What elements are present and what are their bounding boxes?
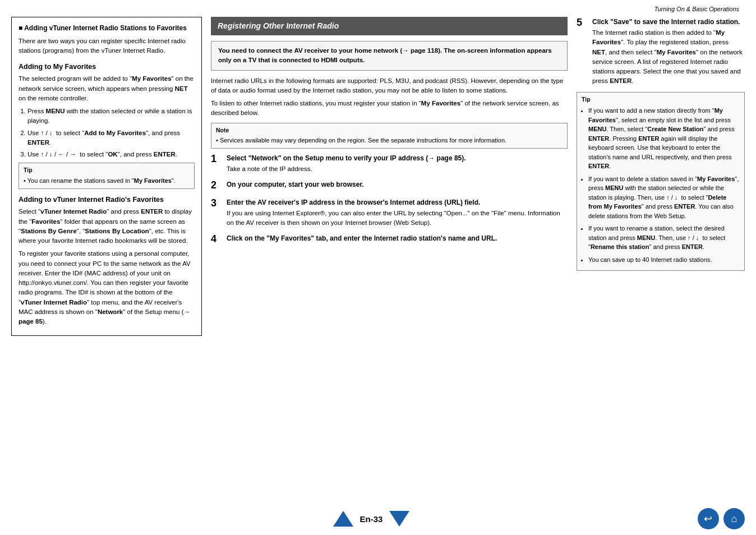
left-box-title: Adding vTuner Internet Radio Stations to… — [19, 23, 195, 33]
right-step-5: 5 Click "Save" to save the Internet radi… — [577, 17, 745, 86]
note-text: • Services available may vary depending … — [216, 136, 563, 145]
section2-p2: To register your favorite stations using… — [19, 249, 195, 326]
right-tip-box: Tip If you want to add a new station dir… — [577, 92, 745, 271]
step3: Use ↑ / ↓ / ← / → to select "OK", and pr… — [27, 150, 195, 159]
tip-box-left: Tip • You can rename the stations saved … — [19, 163, 195, 188]
step-number-4: 4 — [211, 233, 222, 246]
content-area: Adding vTuner Internet Radio Stations to… — [11, 17, 745, 336]
step-content-1: Select "Network" on the Setup menu to ve… — [227, 153, 568, 174]
middle-section-title: Registering Other Internet Radio — [211, 17, 568, 35]
step-detail-5: The Internet radio station is then added… — [592, 28, 745, 86]
next-page-icon[interactable] — [389, 511, 409, 527]
section2-p1: Select "vTuner Internet Radio" and press… — [19, 207, 195, 246]
step-title-5: Click "Save" to save the Internet radio … — [592, 17, 745, 27]
right-tip-4: You can save up to 40 Internet radio sta… — [588, 255, 740, 265]
footer: En-33 ↩ ⌂ — [0, 508, 756, 529]
note-label: Note — [216, 126, 563, 135]
footer-right: ↩ ⌂ — [698, 508, 745, 529]
prev-page-icon[interactable] — [333, 511, 353, 527]
step-number-3: 3 — [211, 197, 222, 210]
back-icon: ↩ — [704, 513, 712, 525]
middle-para1: Internet radio URLs in the following for… — [211, 76, 568, 96]
step-title-3: Enter the AV receiver's IP address in th… — [227, 197, 568, 207]
home-button[interactable]: ⌂ — [723, 508, 745, 529]
note-box: Note • Services available may vary depen… — [211, 123, 568, 149]
step-title-2: On your computer, start your web browser… — [227, 179, 568, 190]
right-tip-1: If you want to add a new station directl… — [588, 106, 740, 171]
left-intro: There are two ways you can register spec… — [19, 36, 195, 56]
step2: Use ↑ / ↓ to select "Add to My Favorites… — [27, 128, 195, 148]
step-title-1: Select "Network" on the Setup menu to ve… — [227, 153, 568, 163]
section1-steps-list: Press MENU with the station selected or … — [27, 107, 195, 159]
footer-center: En-33 — [333, 511, 410, 527]
step1: Press MENU with the station selected or … — [27, 107, 195, 126]
section1-heading: Adding to My Favorites — [19, 62, 195, 72]
middle-step-2: 2 On your computer, start your web brows… — [211, 179, 568, 192]
tip-text-left: • You can rename the stations saved in "… — [24, 176, 190, 186]
warning-text: You need to connect the AV receiver to y… — [218, 46, 560, 66]
middle-step-4: 4 Click on the "My Favorites" tab, and e… — [211, 233, 568, 246]
step-content-5: Click "Save" to save the Internet radio … — [592, 17, 745, 86]
back-button[interactable]: ↩ — [698, 508, 719, 529]
header-chapter-title: Turning On & Basic Operations — [654, 6, 739, 12]
middle-column: Registering Other Internet Radio You nee… — [211, 17, 568, 251]
step-number-5: 5 — [577, 17, 588, 29]
right-tip-label: Tip — [582, 95, 740, 104]
middle-para2: To listen to other Internet radio statio… — [211, 99, 568, 118]
step-content-4: Click on the "My Favorites" tab, and ent… — [227, 233, 568, 245]
page-number: En-33 — [360, 514, 383, 524]
step-content-2: On your computer, start your web browser… — [227, 179, 568, 191]
middle-step-1: 1 Select "Network" on the Setup menu to … — [211, 153, 568, 174]
step-detail-3: If you are using Internet Explorer®, you… — [227, 209, 568, 228]
step-title-4: Click on the "My Favorites" tab, and ent… — [227, 233, 568, 243]
left-column: Adding vTuner Internet Radio Stations to… — [11, 17, 202, 336]
step-content-3: Enter the AV receiver's IP address in th… — [227, 197, 568, 228]
section2-heading: Adding to vTuner Internet Radio's Favori… — [19, 195, 195, 205]
home-icon: ⌂ — [731, 513, 737, 525]
right-tips-list: If you want to add a new station directl… — [588, 106, 740, 264]
section1-p1: The selected program will be added to "M… — [19, 74, 195, 103]
tip-label-left: Tip — [24, 166, 190, 175]
warning-box: You need to connect the AV receiver to y… — [211, 41, 568, 71]
right-column: 5 Click "Save" to save the Internet radi… — [577, 17, 745, 275]
page-container: Turning On & Basic Operations Adding vTu… — [0, 0, 756, 535]
middle-step-3: 3 Enter the AV receiver's IP address in … — [211, 197, 568, 228]
step-number-1: 1 — [211, 153, 222, 165]
right-tip-2: If you want to delete a station saved in… — [588, 174, 740, 221]
step-number-2: 2 — [211, 179, 222, 192]
page-header: Turning On & Basic Operations — [11, 6, 745, 12]
right-tip-3: If you want to rename a station, select … — [588, 224, 740, 252]
step-detail-1: Take a note of the IP address. — [227, 164, 568, 174]
